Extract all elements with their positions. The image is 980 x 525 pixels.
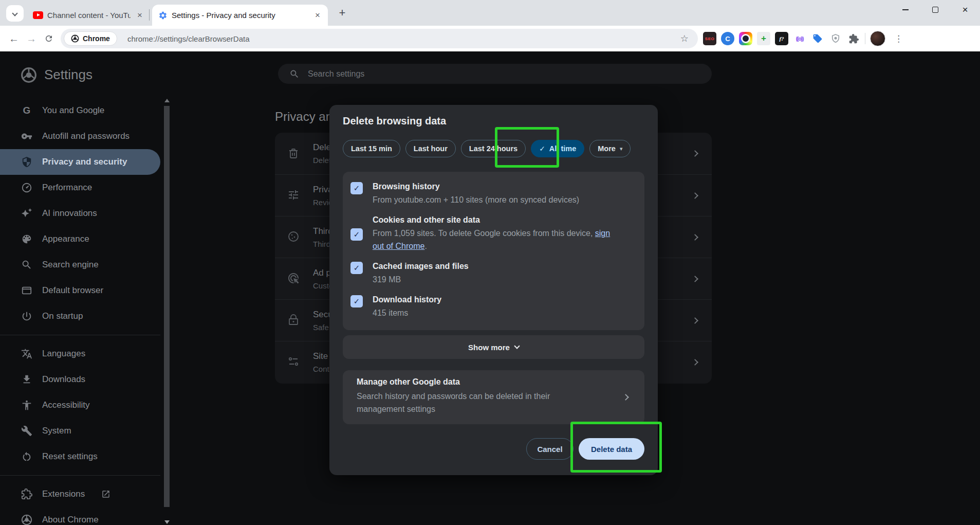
chip-more[interactable]: More▾ (589, 140, 631, 157)
extensions-puzzle-icon[interactable] (847, 32, 860, 45)
search-settings-input[interactable]: Search settings (278, 64, 712, 84)
show-more-label: Show more (468, 343, 510, 352)
sidebar-item-appearance[interactable]: Appearance (0, 226, 160, 252)
address-bar[interactable]: Chrome chrome://settings/clearBrowserDat… (61, 29, 698, 48)
download-history-checkbox[interactable]: ✓ (350, 295, 363, 307)
tab-strip: Channel content - YouTube Stu × Settings… (0, 0, 980, 26)
tab-youtube-studio[interactable]: Channel content - YouTube Stu × (27, 5, 150, 26)
window-close-button[interactable]: × (950, 0, 980, 20)
key-icon (21, 130, 33, 142)
chip-last-24-hours[interactable]: Last 24 hours (461, 140, 526, 157)
settings-page: Settings Search settings G You and Googl… (0, 51, 980, 525)
browser-window: Channel content - YouTube Stu × Settings… (0, 0, 980, 525)
settings-title: Settings (44, 67, 93, 83)
sidebar-item-downloads[interactable]: Downloads (0, 367, 160, 392)
manage-desc: Search history and passwords can be dele… (357, 390, 593, 415)
chip-label: Last 15 min (351, 144, 392, 153)
camera-extension-icon[interactable] (739, 32, 752, 45)
show-more-button[interactable]: Show more (343, 335, 644, 359)
sidebar-label: Privacy and security (42, 157, 127, 167)
cancel-button[interactable]: Cancel (526, 438, 574, 460)
sidebar-item-performance[interactable]: Performance (0, 175, 160, 201)
sidebar-scrollbar[interactable] (163, 98, 170, 525)
back-button[interactable]: ← (5, 30, 23, 47)
cached-images-checkbox[interactable]: ✓ (350, 262, 363, 274)
window-maximize-button[interactable] (920, 0, 950, 20)
signal-extension-icon[interactable]: ((o)) (793, 32, 806, 45)
item-title: Cached images and files (373, 261, 469, 271)
sidebar-label: Accessibility (42, 400, 90, 410)
sidebar-label: Default browser (42, 285, 103, 296)
sidebar-item-you-and-google[interactable]: G You and Google (0, 98, 160, 123)
sidebar-item-search-engine[interactable]: Search engine (0, 252, 160, 278)
chip-all-time[interactable]: ✓All time (531, 140, 584, 157)
chip-label: More (598, 144, 616, 153)
c-circle-extension-icon[interactable]: C (721, 32, 734, 45)
sidebar-item-default-browser[interactable]: Default browser (0, 278, 160, 303)
row-browsing-history: ✓ Browsing history From youtube.com + 11… (350, 181, 632, 206)
reload-icon (44, 34, 53, 43)
sidebar-item-extensions[interactable]: Extensions (0, 481, 160, 507)
bookmark-star-icon[interactable]: ☆ (680, 33, 689, 44)
sidebar-item-on-startup[interactable]: On startup (0, 303, 160, 329)
window-minimize-button[interactable] (891, 0, 920, 20)
sidebar-divider (0, 475, 160, 476)
sidebar-item-system[interactable]: System (0, 418, 160, 444)
browser-toolbar: ← → Chrome chrome://settings/clearBrowse… (0, 26, 980, 51)
font-finder-extension-icon[interactable]: f? (775, 32, 788, 45)
reset-icon (21, 450, 33, 463)
sidebar-label: On startup (42, 311, 83, 321)
extensions-row: SEO C + f? ((o)) ⋮ (703, 31, 907, 46)
add-page-extension-icon[interactable]: + (757, 32, 770, 45)
item-desc: 319 MB (373, 273, 469, 286)
browser-menu-button[interactable]: ⋮ (890, 33, 907, 44)
new-tab-button[interactable]: + (335, 6, 349, 21)
cookie-icon (287, 230, 301, 244)
shield-extension-icon[interactable] (829, 32, 842, 45)
tag-extension-icon[interactable] (811, 32, 824, 45)
row-cached-images: ✓ Cached images and files 319 MB (350, 261, 632, 286)
browsing-history-checkbox[interactable]: ✓ (350, 182, 363, 194)
sidebar-item-privacy-and-security[interactable]: Privacy and security (0, 149, 160, 175)
delete-data-button[interactable]: Delete data (579, 438, 644, 460)
scrollbar-up-arrow[interactable] (164, 99, 170, 102)
scrollbar-thumb[interactable] (164, 106, 170, 507)
sidebar-item-reset-settings[interactable]: Reset settings (0, 444, 160, 469)
chip-last-hour[interactable]: Last hour (405, 140, 456, 157)
seo-extension-icon[interactable]: SEO (703, 32, 716, 45)
scrollbar-down-arrow[interactable] (164, 520, 170, 524)
chevron-right-icon (692, 150, 698, 157)
sidebar-item-languages[interactable]: Languages (0, 341, 160, 367)
url-text[interactable]: chrome://settings/clearBrowserData (127, 34, 250, 43)
sidebar-item-about-chrome[interactable]: About Chrome (0, 507, 160, 525)
item-title: Cookies and other site data (373, 214, 619, 225)
external-link-icon (101, 490, 110, 499)
tab-settings[interactable]: Settings - Privacy and security × (152, 5, 328, 26)
tab-close-icon[interactable]: × (135, 10, 145, 21)
sidebar-label: Languages (42, 349, 85, 359)
tab-search-button[interactable] (6, 5, 24, 22)
data-types-card: ✓ Browsing history From youtube.com + 11… (343, 172, 644, 330)
manage-other-google-data-row[interactable]: Manage other Google data Search history … (343, 370, 644, 424)
sidebar-item-autofill[interactable]: Autofill and passwords (0, 123, 160, 149)
sidebar-item-ai-innovations[interactable]: AI innovations (0, 201, 160, 226)
chevron-right-icon (692, 234, 698, 241)
trash-icon (287, 147, 301, 160)
cookies-checkbox[interactable]: ✓ (350, 228, 363, 241)
item-title: Browsing history (373, 181, 579, 192)
tab-close-icon[interactable]: × (312, 10, 323, 21)
reload-button[interactable] (40, 30, 58, 47)
delete-browsing-data-dialog: Delete browsing data Last 15 min Last ho… (329, 105, 658, 475)
power-icon (21, 310, 33, 322)
sidebar-label: Downloads (42, 374, 85, 385)
accessibility-person-icon (21, 399, 33, 411)
forward-button[interactable]: → (23, 30, 40, 47)
tab-separator (149, 9, 150, 21)
youtube-favicon-icon (33, 11, 43, 19)
download-icon (21, 373, 33, 386)
chevron-down-icon (514, 343, 520, 349)
chip-last-15-min[interactable]: Last 15 min (343, 140, 400, 157)
profile-avatar[interactable] (870, 31, 885, 46)
sidebar-item-accessibility[interactable]: Accessibility (0, 392, 160, 418)
chrome-url-chip[interactable]: Chrome (64, 31, 117, 46)
